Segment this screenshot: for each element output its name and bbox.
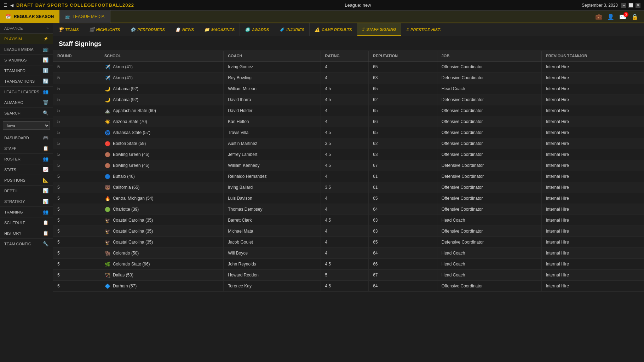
table-row[interactable]: 5 ⛰️ Appalachian State (60) David Holder…: [53, 105, 644, 116]
table-row[interactable]: 5 🌿 Colorado State (66) John Reynolds 4.…: [53, 259, 644, 270]
tab-highlights[interactable]: 🎬 Highlights: [84, 23, 126, 36]
table-row[interactable]: 5 🟤 Bowling Green (46) William Kennedy 4…: [53, 160, 644, 171]
table-row[interactable]: 5 🔴 Boston State (59) Austin Martinez 3.…: [53, 138, 644, 149]
mail-icon[interactable]: ✉️ 3: [619, 13, 626, 20]
cell-coach: Barrett Clark: [224, 215, 321, 226]
cell-school: 🏹 Dallas (53): [100, 270, 223, 281]
table-row[interactable]: 5 🌀 Arkansas State (57) Travis Villa 4.5…: [53, 127, 644, 138]
table-row[interactable]: 5 🌙 Alabama (92) David Ibarra 4.5 62 Def…: [53, 94, 644, 105]
minimize-button[interactable]: –: [621, 3, 626, 8]
tab-performers[interactable]: ⚙️ Performers: [125, 23, 170, 36]
sidebar-item-strategy[interactable]: STRATEGY 📊: [0, 196, 53, 207]
sidebar-item-transactions[interactable]: TRANSACTIONS 🔄: [0, 76, 53, 87]
cell-job: Offensive Coordinator: [437, 182, 541, 193]
sidebar-playsim[interactable]: PLAY/SIM ⚡: [0, 34, 53, 44]
table-row[interactable]: 5 🌙 Alabama (92) William Mclean 4.5 65 H…: [53, 83, 644, 94]
cell-prev-job: Internal Hire: [541, 281, 644, 292]
table-row[interactable]: 5 🟤 Bowling Green (46) Jeffrey Lambert 4…: [53, 149, 644, 160]
cell-coach: Irving Gomez: [224, 61, 321, 72]
training-icon: 👥: [43, 209, 48, 215]
team-select[interactable]: Iowa: [3, 121, 50, 130]
cell-school: 🌙 Alabama (92): [100, 83, 223, 94]
table-row[interactable]: 5 🦅 Coastal Carolina (35) Jacob Goulet 4…: [53, 237, 644, 248]
sidebar-item-roster[interactable]: ROSTER 👥: [0, 154, 53, 164]
table-row[interactable]: 5 🔷 Durham (57) Terence Kay 4.5 64 Offen…: [53, 281, 644, 292]
restore-button[interactable]: ⬜: [628, 3, 633, 8]
sidebar-item-staff[interactable]: STAFF 📋: [0, 143, 53, 154]
cell-job: Offensive Coordinator: [437, 138, 541, 149]
table-row[interactable]: 5 ✈️ Akron (41) Irving Gomez 4 65 Offens…: [53, 61, 644, 72]
cell-prev-job: Internal Hire: [541, 94, 644, 105]
calendar-icon: 📅: [6, 14, 11, 19]
table-row[interactable]: 5 🦬 Colorado (50) Will Boyce 4 64 Head C…: [53, 248, 644, 259]
sidebar-item-dashboard[interactable]: DASHBOARD 🎮: [0, 133, 53, 143]
tab-magazines[interactable]: 📁 Magazines: [199, 23, 240, 36]
cell-job: Offensive Coordinator: [437, 281, 541, 292]
school-icon: 🦅: [104, 228, 111, 234]
cell-round: 5: [53, 215, 100, 226]
sidebar-item-team-info[interactable]: TEAM INFO ℹ️: [0, 65, 53, 76]
table-row[interactable]: 5 ✈️ Akron (41) Roy Bowling 4 63 Defensi…: [53, 72, 644, 83]
cell-job: Offensive Coordinator: [437, 204, 541, 215]
back-icon[interactable]: ◀: [10, 3, 13, 8]
sidebar-advance[interactable]: ADVANCE »: [0, 23, 53, 34]
sidebar-item-league-leaders[interactable]: LEAGUE LEADERS 👥: [0, 87, 53, 97]
table-row[interactable]: 5 🐻 California (65) Irving Ballard 3.5 6…: [53, 182, 644, 193]
tab-news[interactable]: 📋 News: [170, 23, 199, 36]
school-icon: 🔵: [104, 173, 111, 180]
cell-rating: 5: [321, 270, 368, 281]
profile-icon[interactable]: 👤: [607, 13, 614, 20]
sidebar-item-team-config[interactable]: TEAM CONFIG 🔧: [0, 239, 53, 249]
window-controls[interactable]: – ⬜ ✕: [621, 3, 640, 8]
school-name: Boston State (59): [113, 141, 146, 146]
tab-teams[interactable]: 🏆 Teams: [53, 23, 84, 36]
tab-prestige-hist[interactable]: # Prestige Hist.: [401, 23, 446, 36]
table-row[interactable]: 5 🔥 Central Michigan (54) Luis Davison 4…: [53, 193, 644, 204]
cell-rating: 4: [321, 116, 368, 127]
table-row[interactable]: 5 🦅 Coastal Carolina (35) Michael Mata 4…: [53, 226, 644, 237]
league-media-button[interactable]: 📺 LEAGUE MEDIA: [59, 10, 110, 23]
sidebar-item-training[interactable]: TRAINING 👥: [0, 207, 53, 217]
table-row[interactable]: 5 🦅 Coastal Carolina (35) Barrett Clark …: [53, 215, 644, 226]
sidebar-item-league-media[interactable]: LEAGUE MEDIA 📺: [0, 44, 53, 55]
sidebar-team-info-label: TEAM INFO: [4, 69, 25, 73]
table-row[interactable]: 5 🏹 Dallas (53) Howard Redden 5 67 Head …: [53, 270, 644, 281]
sidebar-item-positions[interactable]: POSITIONS 📐: [0, 175, 53, 186]
school-icon: 🟤: [104, 151, 111, 158]
cell-reputation: 67: [369, 160, 437, 171]
school-name: Central Michigan (54): [113, 196, 154, 201]
school-name: Colorado State (66): [113, 262, 150, 267]
table-row[interactable]: 5 ☀️ Arizona State (70) Karl Helton 4 66…: [53, 116, 644, 127]
cell-school: 🦅 Coastal Carolina (35): [100, 237, 223, 248]
regular-season-button[interactable]: 📅 REGULAR SEASON: [0, 10, 59, 23]
top-bar: 📅 REGULAR SEASON 📺 LEAGUE MEDIA 💼 👤 ✉️ 3…: [0, 11, 644, 23]
tab-camp-results[interactable]: ⚠️ Camp Results: [310, 23, 357, 36]
sidebar-item-search[interactable]: SEARCH 🔍: [0, 108, 53, 118]
sidebar-item-schedule[interactable]: SCHEDULE 📋: [0, 217, 53, 228]
sidebar-item-depth[interactable]: DEPTH 📊: [0, 186, 53, 196]
sidebar-item-stats[interactable]: STATS 📈: [0, 164, 53, 175]
sidebar-search-label: SEARCH: [4, 111, 21, 115]
close-button[interactable]: ✕: [636, 3, 640, 8]
sidebar-item-standings[interactable]: STANDINGS 📊: [0, 55, 53, 65]
cell-job: Offensive Coordinator: [437, 193, 541, 204]
cell-school: ✈️ Akron (41): [100, 72, 223, 83]
school-name: Bowling Green (46): [113, 163, 149, 168]
sidebar-item-history[interactable]: HISTORY 📋: [0, 228, 53, 239]
briefcase-icon[interactable]: 💼: [595, 13, 602, 20]
table-row[interactable]: 5 🟢 Charlotte (39) Thomas Dempsey 4 64 O…: [53, 204, 644, 215]
trash-icon: 🗑️: [43, 100, 48, 105]
menu-icon[interactable]: ☰: [4, 3, 7, 8]
tab-awards[interactable]: ♏ Awards: [240, 23, 274, 36]
cell-job: Defensive Coordinator: [437, 72, 541, 83]
tab-staff-signing[interactable]: # Staff Signing: [357, 23, 402, 36]
cell-job: Offensive Coordinator: [437, 226, 541, 237]
cell-round: 5: [53, 149, 100, 160]
school-icon: 🌙: [104, 97, 111, 103]
cell-rating: 4: [321, 171, 368, 182]
tab-injuries[interactable]: 🧳 Injuries: [274, 23, 310, 36]
table-row[interactable]: 5 🔵 Buffalo (46) Reinaldo Hernandez 4 61…: [53, 171, 644, 182]
lock-icon[interactable]: 🔒: [631, 13, 638, 20]
sidebar-item-almanac[interactable]: ALMANAC 🗑️: [0, 97, 53, 108]
sidebar-league-leaders-label: LEAGUE LEADERS: [4, 90, 39, 94]
